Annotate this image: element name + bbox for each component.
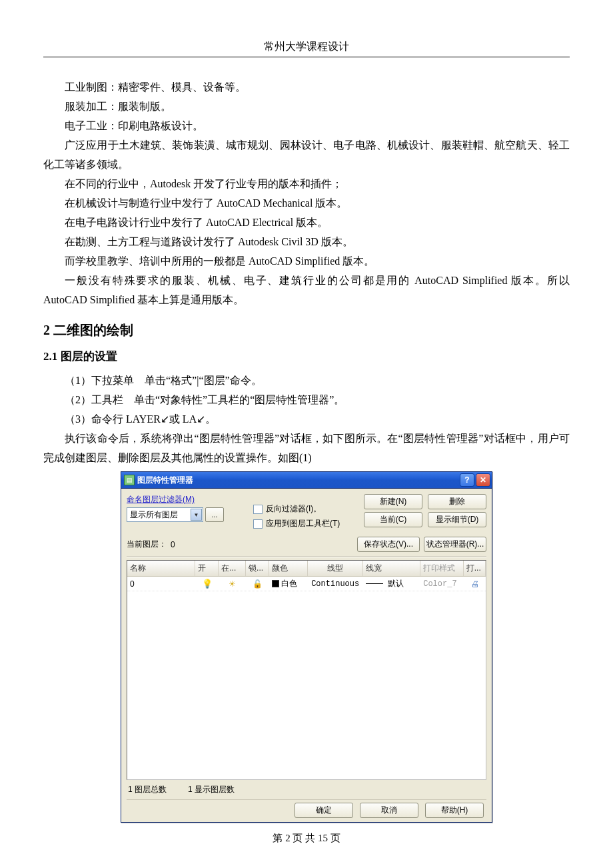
para-10: 一般没有特殊要求的服装、机械、电子、建筑行业的公司都是用的 AutoCAD Si… <box>43 271 570 309</box>
color-swatch-icon <box>272 580 279 587</box>
layers-icon: ▤ <box>124 475 135 485</box>
para-1: 工业制图：精密零件、模具、设备等。 <box>43 77 570 97</box>
status-row: 1 图层总数 1 显示图层数 <box>127 780 486 799</box>
checkbox-icon <box>253 519 263 529</box>
col-freeze[interactable]: 在... <box>219 561 246 576</box>
list-item-3: （3）命令行 LAYER↙或 LA↙。 <box>43 409 570 429</box>
delete-button[interactable]: 删除 <box>428 494 486 509</box>
col-lineweight[interactable]: 线宽 <box>363 561 420 576</box>
invert-filter-checkbox[interactable]: 反向过滤器(I)。 <box>253 503 346 515</box>
filter-combo[interactable]: 显示所有图层 ▼ <box>127 507 203 522</box>
cell-color[interactable]: 白色 <box>269 577 307 591</box>
new-button[interactable]: 新建(N) <box>364 494 422 509</box>
para-5: 在不同的行业中，Autodesk 开发了行业专用的版本和插件； <box>43 174 570 193</box>
show-details-button[interactable]: 显示细节(D) <box>428 512 486 527</box>
checkbox-icon <box>253 505 263 514</box>
table-row[interactable]: 0 💡 ☀ 🔓 白色 Continuous 默认 Col <box>127 577 486 591</box>
para-7: 在电子电路设计行业中发行了 AutoCAD Electrical 版本。 <box>43 213 570 232</box>
cell-lock[interactable]: 🔓 <box>246 578 269 590</box>
figure-1: ▤ 图层特性管理器 ? ✕ 命名图层过滤器(M) 显示所有图层 ▼ ... <box>43 471 570 823</box>
cell-color-name: 白色 <box>281 578 297 589</box>
para-after-list: 执行该命令后，系统将弹出“图层特性管理器”对话框，如下图所示。在“图层特性管理器… <box>43 429 570 467</box>
cancel-button[interactable]: 取消 <box>360 803 418 818</box>
col-on[interactable]: 开 <box>195 561 219 576</box>
cell-plotstyle[interactable]: Color_7 <box>420 578 464 590</box>
state-manager-button[interactable]: 状态管理器(R)... <box>424 537 486 552</box>
status-total: 1 图层总数 <box>128 784 167 795</box>
layer-properties-dialog: ▤ 图层特性管理器 ? ✕ 命名图层过滤器(M) 显示所有图层 ▼ ... <box>121 471 492 823</box>
cell-name[interactable]: 0 <box>127 578 196 590</box>
cell-freeze[interactable]: ☀ <box>219 578 246 590</box>
bulb-icon: 💡 <box>202 579 213 589</box>
apply-to-toolbar-label: 应用到图层工具栏(T) <box>266 518 340 529</box>
page-footer: 第 2 页 共 15 页 <box>43 832 570 845</box>
close-icon[interactable]: ✕ <box>476 473 490 487</box>
apply-to-toolbar-checkbox[interactable]: 应用到图层工具栏(T) <box>253 518 346 529</box>
col-color[interactable]: 颜色 <box>269 561 308 576</box>
dialog-body: 命名图层过滤器(M) 显示所有图层 ▼ ... 反向过滤器(I)。 <box>121 489 492 822</box>
running-head: 常州大学课程设计 <box>43 40 570 54</box>
list-item-2: （2）工具栏 单击“对象特性”工具栏的“图层特性管理器”。 <box>43 390 570 409</box>
col-print[interactable]: 打... <box>464 561 486 576</box>
para-6: 在机械设计与制造行业中发行了 AutoCAD Mechanical 版本。 <box>43 193 570 213</box>
cell-linetype[interactable]: Continuous <box>307 578 363 590</box>
status-shown: 1 显示图层数 <box>188 784 235 795</box>
grid-header: 名称 开 在... 锁... 颜色 线型 线宽 打印样式 打... <box>127 561 486 577</box>
col-lock[interactable]: 锁... <box>246 561 269 576</box>
para-9: 而学校里教学、培训中所用的一般都是 AutoCAD Simplified 版本。 <box>43 251 570 271</box>
ok-button[interactable]: 确定 <box>295 803 353 818</box>
current-layer-label: 当前图层： <box>127 539 167 550</box>
divider <box>127 556 486 557</box>
cell-lineweight[interactable]: 默认 <box>363 577 420 591</box>
lineweight-preview-icon <box>366 583 383 584</box>
head-rule <box>43 57 570 57</box>
list-item-1: （1）下拉菜单 单击“格式”|“图层”命令。 <box>43 371 570 390</box>
named-filter-label[interactable]: 命名图层过滤器(M) <box>127 494 195 505</box>
save-state-button[interactable]: 保存状态(V)... <box>357 537 420 552</box>
help-icon[interactable]: ? <box>460 473 474 487</box>
subsection-heading-2-1: 2.1 图层的设置 <box>43 349 570 364</box>
dialog-titlebar[interactable]: ▤ 图层特性管理器 ? ✕ <box>121 472 492 489</box>
cell-on[interactable]: 💡 <box>196 577 219 590</box>
printer-icon: 🖨 <box>471 579 479 589</box>
cell-print[interactable]: 🖨 <box>464 578 486 590</box>
para-3: 电子工业：印刷电路板设计。 <box>43 116 570 135</box>
para-4: 广泛应用于土木建筑、装饰装潢、城市规划、园林设计、电子电路、机械设计、服装鞋帽、… <box>43 135 570 174</box>
cell-lineweight-value: 默认 <box>388 578 404 589</box>
sun-icon: ☀ <box>229 579 236 589</box>
current-layer-value: 0 <box>171 540 175 549</box>
section-heading-2: 2 二维图的绘制 <box>43 321 570 339</box>
invert-filter-label: 反向过滤器(I)。 <box>266 503 321 515</box>
layers-grid[interactable]: 名称 开 在... 锁... 颜色 线型 线宽 打印样式 打... 0 💡 ☀ <box>127 560 486 780</box>
col-name[interactable]: 名称 <box>127 561 195 576</box>
filter-browse-button[interactable]: ... <box>205 507 224 522</box>
set-current-button[interactable]: 当前(C) <box>364 512 422 527</box>
dialog-title: 图层特性管理器 <box>137 475 458 486</box>
col-plotstyle[interactable]: 打印样式 <box>420 561 464 576</box>
filter-combo-value: 显示所有图层 <box>130 509 178 521</box>
para-8: 在勘测、土方工程与道路设计发行了 Autodesk Civil 3D 版本。 <box>43 232 570 251</box>
help-button[interactable]: 帮助(H) <box>425 803 484 818</box>
padlock-icon: 🔓 <box>253 579 263 589</box>
chevron-down-icon[interactable]: ▼ <box>191 509 202 521</box>
col-linetype[interactable]: 线型 <box>308 561 364 576</box>
para-2: 服装加工：服装制版。 <box>43 97 570 116</box>
